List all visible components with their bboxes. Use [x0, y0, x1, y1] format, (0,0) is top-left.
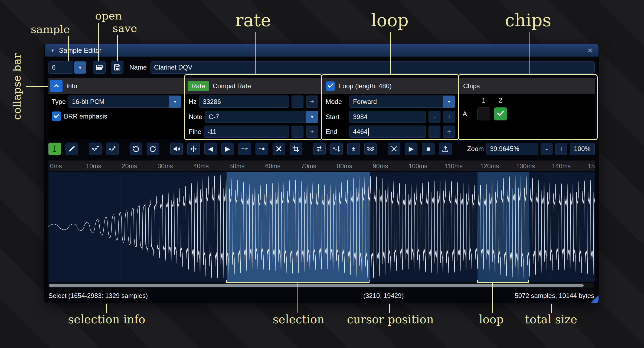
draw-mode-button[interactable]	[66, 143, 78, 155]
annotation-box-loop	[321, 74, 459, 140]
trim-button[interactable]	[290, 143, 302, 155]
triangle-right-icon: ▶	[225, 145, 230, 153]
close-icon[interactable]: ×	[587, 46, 593, 55]
redo-button[interactable]	[147, 143, 159, 155]
brr-emphasis-label: BRR emphasis	[64, 113, 107, 120]
titlebar[interactable]: ▼ Sample Editor ×	[45, 44, 599, 57]
horizontal-scrollbar[interactable]	[48, 283, 595, 288]
timeline-label: 120ms	[480, 163, 499, 170]
normalize-button[interactable]	[187, 143, 200, 155]
zoom-out-button[interactable]: -	[541, 143, 553, 155]
zoom-label: Zoom	[467, 145, 484, 153]
annotation-selection: selection	[273, 313, 325, 326]
undo-button[interactable]	[130, 143, 142, 155]
annotation-line-rate	[255, 32, 256, 75]
triangle-left-icon: ◀	[208, 145, 213, 153]
dash-dot-icon	[241, 145, 249, 153]
wave-resize-icon	[91, 145, 99, 153]
sample-number-dropdown-button[interactable]: ▼	[74, 61, 86, 74]
save-button[interactable]	[111, 61, 123, 74]
preview-button[interactable]: ▶	[405, 143, 417, 155]
annotation-loop-marker: loop	[479, 313, 504, 326]
chevron-down-icon: ▼	[78, 65, 82, 70]
ibeam-cursor-icon	[51, 145, 58, 153]
zoom-reset-button[interactable]: 100%	[570, 143, 595, 155]
waveform-canvas[interactable]	[48, 172, 595, 282]
insert-silence-button[interactable]	[238, 143, 251, 155]
crossfade-button[interactable]	[388, 143, 400, 155]
filter-button[interactable]	[364, 143, 377, 155]
type-dropdown[interactable]: 16-bit PCM ▼	[68, 96, 181, 108]
brr-emphasis-checkbox[interactable]	[52, 111, 61, 121]
annotation-collapse-bar: collapse bar	[11, 53, 23, 120]
floppy-disk-icon	[113, 63, 121, 71]
plus-minus-icon: ±	[352, 145, 355, 153]
name-label: Name	[129, 64, 147, 71]
annotation-box-chips	[458, 74, 598, 140]
wave-flip-icon	[333, 145, 340, 153]
annotation-line-collapse-bar	[26, 86, 48, 87]
name-input[interactable]: Clarinet DQV	[151, 61, 595, 74]
total-size-text: 5072 samples, 10144 bytes	[515, 292, 594, 300]
crossfade-icon	[390, 145, 398, 153]
timeline-label: 20ms	[122, 163, 137, 170]
wave-resample-icon	[109, 145, 116, 153]
info-collapse-button[interactable]	[50, 80, 63, 92]
timeline-label: 90ms	[373, 163, 388, 170]
zoom-input[interactable]: 39.9645%	[486, 143, 538, 155]
annotation-rate: rate	[235, 10, 271, 30]
delete-button[interactable]	[273, 143, 285, 155]
pencil-icon	[68, 145, 76, 153]
chevron-up-icon	[53, 82, 60, 90]
crop-icon	[292, 145, 300, 153]
upload-sample-button[interactable]	[439, 143, 452, 155]
window-title: Sample Editor	[59, 47, 102, 54]
reverse-button[interactable]	[313, 143, 326, 155]
open-button[interactable]	[93, 61, 106, 74]
timeline-label: 110ms	[444, 163, 463, 170]
resample-button[interactable]	[106, 143, 119, 155]
annotation-line-sample	[68, 36, 69, 61]
resize-grip[interactable]	[591, 295, 599, 303]
annotation-line-save	[117, 35, 118, 61]
sign-flip-button[interactable]: ±	[347, 143, 360, 155]
timeline-label: 130ms	[516, 163, 535, 170]
desktop-background: ▼ Sample Editor × 6 ▼ Name Clarinet DQV	[0, 0, 644, 348]
timeline-label: 150ms	[588, 163, 595, 170]
timeline-label: 50ms	[229, 163, 244, 170]
cursor-position-text: (3210, 19429)	[363, 292, 404, 300]
annotation-line-selection-info	[106, 304, 107, 313]
annotation-save: save	[113, 22, 137, 34]
annotation-open: open	[95, 9, 122, 22]
annotation-box-rate	[184, 74, 322, 140]
scrollbar-thumb[interactable]	[49, 284, 584, 287]
folder-open-icon	[95, 63, 103, 71]
upload-icon	[442, 145, 449, 153]
stop-icon: ■	[426, 145, 430, 153]
apply-silence-button[interactable]	[256, 143, 268, 155]
speaker-icon	[173, 145, 180, 153]
timeline-label: 70ms	[301, 163, 316, 170]
annotation-line-total-size	[551, 304, 552, 313]
fade-out-button[interactable]: ▶	[221, 143, 234, 155]
waveform-view[interactable]	[48, 172, 595, 282]
timeline-label: 10ms	[86, 163, 101, 170]
annotation-line-loop-marker	[492, 283, 493, 313]
stop-preview-button[interactable]: ■	[422, 143, 434, 155]
annotation-bracket-loop	[477, 280, 529, 283]
timeline-label: 0ms	[50, 163, 62, 170]
timeline-ruler: 0ms10ms20ms30ms40ms50ms60ms70ms80ms90ms1…	[48, 160, 595, 171]
edit-mode-button[interactable]	[48, 143, 61, 155]
zoom-in-button[interactable]: +	[555, 143, 567, 155]
sample-number-field[interactable]: 6	[48, 61, 73, 74]
fade-in-button[interactable]: ◀	[204, 143, 217, 155]
annotation-line-loop	[390, 32, 391, 75]
invert-button[interactable]	[330, 143, 343, 155]
amplify-button[interactable]	[170, 143, 183, 155]
resize-button[interactable]	[89, 143, 102, 155]
annotation-selection-info: selection info	[68, 313, 145, 326]
selection-info-text: Select (1654-2983: 1329 samples)	[48, 292, 148, 300]
filter-waves-icon	[367, 145, 374, 153]
window-collapse-icon[interactable]: ▼	[51, 48, 55, 53]
x-mark-icon	[275, 145, 283, 153]
